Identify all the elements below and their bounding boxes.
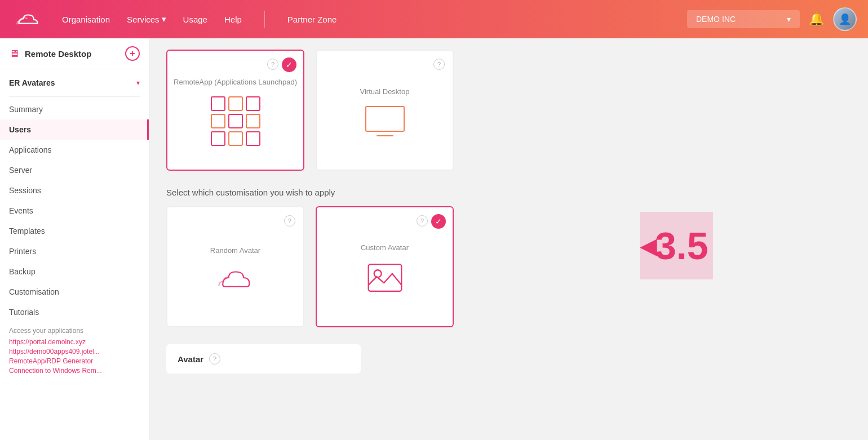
sidebar-item-server[interactable]: Server — [0, 160, 149, 180]
bottom-section: Avatar ? — [166, 344, 851, 374]
sidebar-group-title: ER Avatares — [9, 78, 55, 87]
nav-usage[interactable]: Usage — [183, 15, 207, 24]
svg-rect-0 — [368, 264, 401, 291]
sidebar-item-printers[interactable]: Printers — [0, 241, 149, 261]
sidebar-item-tutorials[interactable]: Tutorials — [0, 302, 149, 322]
vd-screen-shape — [365, 106, 405, 132]
company-selector[interactable]: DEMO INC ▾ — [687, 10, 800, 28]
vd-icon-shape — [365, 106, 405, 137]
sidebar-item-backup[interactable]: Backup — [0, 261, 149, 282]
sidebar-link-1[interactable]: https://portal.demoinc.xyz — [9, 338, 140, 346]
badge-number-label: 3.5 — [655, 226, 708, 265]
header: Organisation Services ▾ Usage Help Partn… — [0, 0, 868, 38]
image-avatar-icon — [366, 262, 404, 294]
avatar-bottom-card: Avatar ? — [166, 344, 361, 374]
custom-avatar-card[interactable]: ✓ ? Custom Avatar — [316, 206, 454, 327]
custom-avatar-check-icon: ✓ — [431, 214, 446, 229]
remote-desktop-icon: 🖥 — [9, 48, 19, 60]
group-chevron-icon: ▾ — [136, 79, 140, 87]
nav-organisation[interactable]: Organisation — [62, 15, 110, 24]
grid-cell-1 — [211, 96, 225, 111]
main-content: ✓ ? RemoteApp (Applications Launchpad) — [149, 38, 868, 440]
custom-avatar-help-icon[interactable]: ? — [417, 215, 428, 226]
app-grid-icon — [211, 96, 260, 146]
remoteapp-help-icon[interactable]: ? — [267, 59, 278, 70]
avatar-bottom-help-icon[interactable]: ? — [209, 353, 220, 365]
sidebar-item-sessions[interactable]: Sessions — [0, 180, 149, 201]
grid-cell-4 — [211, 114, 225, 128]
sidebar-group-dropdown[interactable]: ER Avatares ▾ — [9, 75, 140, 91]
virtual-desktop-help-icon[interactable]: ? — [433, 59, 445, 70]
grid-cell-2 — [228, 96, 243, 111]
header-right: DEMO INC ▾ 🔔 👤 — [687, 7, 857, 31]
nav-partner-zone[interactable]: Partner Zone — [287, 15, 337, 24]
sidebar-menu: Summary Users Applications Server Sessio… — [0, 99, 149, 322]
cloud-avatar-icon — [216, 265, 255, 291]
company-chevron-icon: ▾ — [787, 15, 791, 24]
sidebar-header: 🖥 Remote Desktop + — [0, 38, 149, 69]
sidebar-item-customisation[interactable]: Customisation — [0, 282, 149, 302]
random-avatar-label: Random Avatar — [210, 246, 260, 255]
random-avatar-help-icon[interactable]: ? — [284, 215, 295, 226]
vd-stand-shape — [377, 135, 393, 137]
remoteapp-label: RemoteApp (Applications Launchpad) — [174, 78, 297, 86]
sidebar-item-users[interactable]: Users — [0, 119, 149, 140]
sidebar-item-summary[interactable]: Summary — [0, 99, 149, 119]
remoteapp-icon — [211, 96, 260, 146]
nav-divider — [264, 11, 265, 28]
layout: 🖥 Remote Desktop + ER Avatares ▾ Summary… — [0, 38, 868, 440]
sidebar-divider — [9, 96, 140, 97]
remoteapp-card[interactable]: ✓ ? RemoteApp (Applications Launchpad) — [166, 50, 304, 171]
svg-point-1 — [374, 270, 381, 277]
user-avatar-icon[interactable]: 👤 — [833, 7, 857, 31]
avatar-bottom-title: Avatar — [178, 354, 203, 364]
chevron-down-icon: ▾ — [162, 14, 166, 24]
avatar-selection-row: ? Random Avatar ✓ ? Custom Avatar — [166, 206, 851, 327]
random-avatar-card[interactable]: ? Random Avatar — [166, 206, 304, 327]
grid-cell-6 — [246, 114, 260, 128]
sidebar-add-button[interactable]: + — [125, 46, 140, 61]
virtual-desktop-card[interactable]: ? Virtual Desktop — [316, 50, 454, 171]
sidebar-links-section: Access your applications https://portal.… — [0, 322, 149, 381]
grid-cell-7 — [211, 131, 225, 146]
custom-avatar-label: Custom Avatar — [361, 243, 409, 252]
sidebar-group-section: ER Avatares ▾ — [0, 69, 149, 94]
header-nav: Organisation Services ▾ Usage Help Partn… — [62, 11, 687, 28]
selected-check-icon: ✓ — [282, 57, 296, 72]
sidebar-item-templates[interactable]: Templates — [0, 221, 149, 241]
sidebar-service-title: Remote Desktop — [25, 49, 91, 59]
nav-services[interactable]: Services ▾ — [127, 14, 166, 24]
type-selection-grid: ✓ ? RemoteApp (Applications Launchpad) — [166, 50, 851, 171]
company-name: DEMO INC — [696, 15, 736, 24]
grid-cell-5 — [228, 114, 243, 128]
grid-cell-9 — [246, 131, 260, 146]
sidebar-service-info: 🖥 Remote Desktop — [9, 48, 91, 60]
sidebar: 🖥 Remote Desktop + ER Avatares ▾ Summary… — [0, 38, 149, 440]
virtual-desktop-label: Virtual Desktop — [360, 87, 410, 96]
grid-cell-3 — [246, 96, 260, 111]
sidebar-link-4[interactable]: Connection to Windows Rem... — [9, 367, 140, 375]
logo — [11, 8, 45, 30]
sidebar-links-title: Access your applications — [9, 327, 140, 335]
sidebar-item-applications[interactable]: Applications — [0, 140, 149, 160]
virtual-desktop-icon — [365, 106, 405, 137]
sidebar-link-3[interactable]: RemoteApp/RDP Generator — [9, 357, 140, 365]
bell-icon[interactable]: 🔔 — [809, 12, 824, 26]
badge-35-callout: ◀ 3.5 — [640, 212, 713, 279]
sidebar-item-events[interactable]: Events — [0, 201, 149, 221]
customisation-section-label: Select which customisation you wish to a… — [166, 188, 851, 197]
sidebar-link-2[interactable]: https://demo00apps409.jotel... — [9, 348, 140, 355]
grid-cell-8 — [228, 131, 243, 146]
nav-help[interactable]: Help — [224, 15, 242, 24]
